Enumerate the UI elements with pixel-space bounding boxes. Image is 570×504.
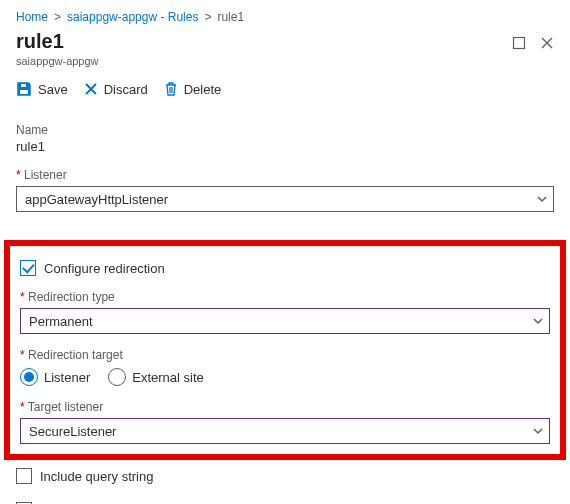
redirection-type-value: Permanent	[29, 314, 93, 329]
include-query-checkbox[interactable]	[16, 468, 32, 484]
name-label: Name	[16, 123, 554, 137]
target-listener-select[interactable]: SecureListener	[20, 418, 550, 444]
delete-label: Delete	[184, 82, 222, 97]
save-icon	[16, 81, 32, 97]
svg-rect-2	[20, 90, 28, 94]
redirection-type-label: Redirection type	[20, 290, 550, 304]
page-subtitle: saiappgw-appgw	[16, 55, 99, 67]
chevron-down-icon	[533, 316, 543, 326]
discard-label: Discard	[104, 82, 148, 97]
breadcrumb-separator: >	[54, 10, 61, 24]
restore-window-icon[interactable]	[512, 36, 526, 50]
chevron-down-icon	[533, 426, 543, 436]
target-external-radio-label: External site	[132, 370, 204, 385]
target-listener-value: SecureListener	[29, 424, 116, 439]
include-query-label: Include query string	[40, 469, 153, 484]
redirection-target-label: Redirection target	[20, 348, 550, 362]
breadcrumb: Home > saiappgw-appgw - Rules > rule1	[0, 0, 570, 28]
redirection-section: Configure redirection Redirection type P…	[4, 240, 566, 460]
page-title: rule1	[16, 30, 99, 53]
redirection-type-select[interactable]: Permanent	[20, 308, 550, 334]
name-value: rule1	[16, 139, 554, 154]
close-icon[interactable]	[540, 36, 554, 50]
configure-redirection-checkbox[interactable]	[20, 260, 36, 276]
chevron-down-icon	[537, 194, 547, 204]
svg-rect-0	[514, 38, 525, 49]
breadcrumb-current: rule1	[217, 10, 244, 24]
breadcrumb-parent[interactable]: saiappgw-appgw - Rules	[67, 10, 198, 24]
toolbar: Save Discard Delete	[0, 67, 570, 107]
radio-dot-icon	[20, 368, 38, 386]
target-listener-radio-label: Listener	[44, 370, 90, 385]
target-external-radio[interactable]: External site	[108, 368, 204, 386]
save-button[interactable]: Save	[16, 81, 68, 97]
target-listener-radio[interactable]: Listener	[20, 368, 90, 386]
configure-redirection-label: Configure redirection	[44, 261, 165, 276]
breadcrumb-separator: >	[204, 10, 211, 24]
listener-label: Listener	[16, 168, 554, 182]
delete-button[interactable]: Delete	[164, 81, 222, 97]
target-listener-label: Target listener	[20, 400, 550, 414]
discard-button[interactable]: Discard	[84, 82, 148, 97]
breadcrumb-home[interactable]: Home	[16, 10, 48, 24]
discard-icon	[84, 82, 98, 96]
radio-dot-icon	[108, 368, 126, 386]
svg-rect-3	[21, 84, 26, 87]
save-label: Save	[38, 82, 68, 97]
delete-icon	[164, 81, 178, 97]
listener-select-value: appGatewayHttpListener	[25, 192, 168, 207]
listener-select[interactable]: appGatewayHttpListener	[16, 186, 554, 212]
